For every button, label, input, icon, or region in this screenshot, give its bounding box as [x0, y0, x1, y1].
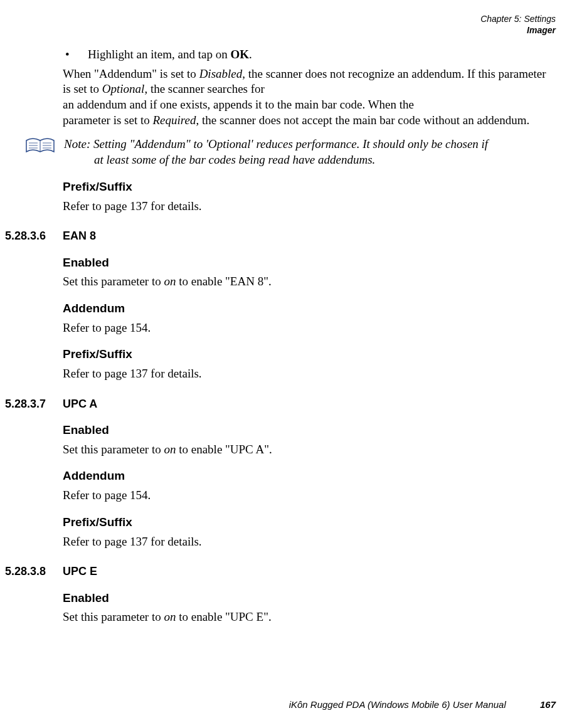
bullet-text-suffix: .	[249, 48, 252, 61]
intro-paragraph: When "Addendum" is set to Disabled, the …	[63, 66, 554, 129]
para-text: , the scanner searches for	[144, 82, 264, 95]
note-line: Setting "Addendum" to 'Optional' reduces…	[93, 137, 488, 150]
running-header: Chapter 5: Settings Imager	[3, 14, 556, 36]
para-text: When "Addendum" is set to	[63, 67, 199, 80]
footer-doc-title: iKôn Rugged PDA (Windows Mobile 6) User …	[289, 699, 506, 710]
body-text: Set this parameter to on to enable "UPC …	[63, 442, 554, 458]
section-title: UPC A	[63, 397, 97, 411]
note-label: Note:	[64, 137, 90, 150]
section-title: UPC E	[63, 564, 97, 579]
heading-addendum: Addendum	[63, 468, 554, 484]
book-icon	[25, 137, 55, 156]
footer-page-number: 167	[540, 699, 556, 710]
heading-enabled: Enabled	[63, 255, 554, 271]
body-text: Refer to page 154.	[63, 320, 554, 336]
para-em: Optional	[102, 82, 145, 95]
bullet-marker: •	[63, 47, 88, 63]
section-heading-upca: 5.28.3.7 UPC A	[5, 397, 558, 411]
heading-prefix-suffix: Prefix/Suffix	[63, 179, 554, 195]
heading-enabled: Enabled	[63, 591, 554, 606]
heading-prefix-suffix: Prefix/Suffix	[63, 347, 554, 362]
bullet-text-bold: OK	[230, 48, 249, 61]
body-text: Refer to page 137 for details.	[63, 199, 554, 214]
para-em: Disabled	[199, 67, 243, 80]
page-footer: iKôn Rugged PDA (Windows Mobile 6) User …	[21, 699, 556, 711]
body-text: Refer to page 154.	[63, 488, 554, 504]
text-part: to enable "EAN 8".	[176, 275, 271, 288]
body-text: Refer to page 137 for details.	[63, 534, 554, 550]
note-block: Note: Setting "Addendum" to 'Optional' r…	[25, 137, 558, 167]
bullet-text-part: Highlight an item, and tap on	[88, 48, 230, 61]
text-part: Set this parameter to	[63, 610, 164, 623]
bullet-text: Highlight an item, and tap on OK.	[88, 47, 252, 63]
bullet-item: • Highlight an item, and tap on OK.	[63, 47, 554, 63]
text-part: to enable "UPC A".	[176, 443, 272, 456]
text-em: on	[164, 275, 176, 288]
heading-enabled: Enabled	[63, 423, 554, 438]
section-heading-ean8: 5.28.3.6 EAN 8	[5, 229, 558, 243]
section-number: 5.28.3.8	[5, 564, 63, 579]
body-text: Set this parameter to on to enable "UPC …	[63, 609, 554, 625]
heading-prefix-suffix: Prefix/Suffix	[63, 515, 554, 530]
heading-addendum: Addendum	[63, 301, 554, 317]
para-text: an addendum and if one exists, appends i…	[63, 98, 414, 111]
para-text: parameter is set to	[63, 113, 153, 127]
text-em: on	[164, 610, 176, 623]
section-number: 5.28.3.7	[5, 397, 63, 411]
header-subtitle: Imager	[3, 25, 556, 36]
text-part: to enable "UPC E".	[176, 610, 271, 623]
header-chapter: Chapter 5: Settings	[3, 14, 556, 25]
note-line: at least some of the bar codes being rea…	[64, 152, 552, 168]
body-text: Set this parameter to on to enable "EAN …	[63, 274, 554, 290]
section-title: EAN 8	[63, 229, 96, 243]
section-heading-upce: 5.28.3.8 UPC E	[5, 564, 558, 579]
text-em: on	[164, 443, 176, 456]
text-part: Set this parameter to	[63, 275, 164, 288]
note-text: Note: Setting "Addendum" to 'Optional' r…	[64, 137, 558, 167]
para-em: Required	[153, 113, 196, 127]
para-text: , the scanner does not accept the main b…	[196, 113, 529, 127]
body-text: Refer to page 137 for details.	[63, 366, 554, 382]
text-part: Set this parameter to	[63, 443, 164, 456]
section-number: 5.28.3.6	[5, 229, 63, 243]
